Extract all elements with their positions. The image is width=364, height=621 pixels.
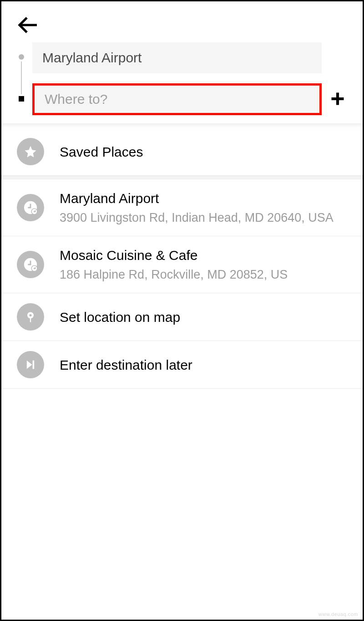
destination-highlight — [32, 83, 322, 115]
input-fields — [32, 42, 322, 115]
set-on-map-label: Set location on map — [60, 308, 354, 326]
svg-rect-8 — [33, 361, 35, 369]
destination-square-icon — [19, 96, 24, 102]
star-icon — [17, 138, 44, 165]
suggestions-list: Saved Places Maryland Airport 3900 Livin… — [1, 128, 363, 389]
route-connector-icon — [21, 61, 22, 94]
route-indicator — [10, 42, 32, 115]
search-header — [1, 1, 363, 123]
pickup-dot-icon — [19, 54, 24, 60]
recent-item-subtitle: 186 Halpine Rd, Rockville, MD 20852, US — [60, 267, 354, 283]
plus-icon — [329, 91, 346, 107]
set-location-on-map-item[interactable]: Set location on map — [1, 293, 363, 341]
saved-places-label: Saved Places — [60, 143, 354, 161]
watermark: www.deuaq.com — [318, 611, 358, 617]
recent-item-title: Mosaic Cuisine & Cafe — [60, 246, 354, 264]
saved-places-item[interactable]: Saved Places — [1, 128, 363, 176]
clock-history-icon — [17, 251, 44, 278]
add-stop-button[interactable] — [322, 42, 354, 115]
recent-item-title: Maryland Airport — [60, 189, 354, 207]
recent-item[interactable]: Mosaic Cuisine & Cafe 186 Halpine Rd, Ro… — [1, 236, 363, 293]
svg-point-6 — [29, 314, 31, 316]
arrow-left-icon — [17, 14, 39, 36]
svg-rect-7 — [30, 318, 31, 322]
destination-input[interactable] — [35, 86, 319, 113]
pin-icon — [17, 303, 44, 331]
pickup-input[interactable] — [32, 42, 322, 73]
section-divider — [1, 176, 363, 179]
skip-icon — [17, 351, 44, 378]
recent-item[interactable]: Maryland Airport 3900 Livingston Rd, Ind… — [1, 179, 363, 236]
clock-history-icon — [17, 194, 44, 221]
route-inputs — [10, 42, 354, 115]
recent-item-subtitle: 3900 Livingston Rd, Indian Head, MD 2064… — [60, 210, 354, 226]
enter-later-label: Enter destination later — [60, 356, 354, 374]
enter-destination-later-item[interactable]: Enter destination later — [1, 341, 363, 389]
back-button[interactable] — [17, 14, 39, 38]
